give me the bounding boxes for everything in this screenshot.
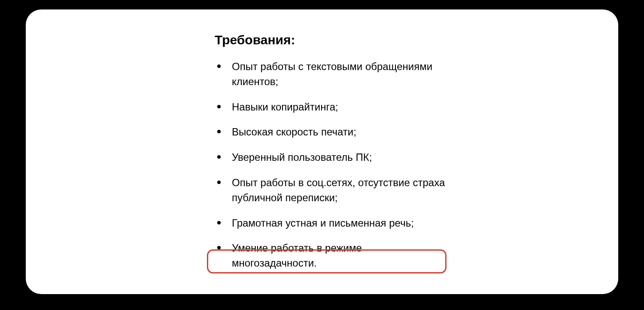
list-item-text: Опыт работы с текстовыми обращениями кли… [232, 61, 432, 87]
list-item-text: Навыки копирайтинга; [232, 101, 338, 113]
list-item-text: Высокая скорость печати; [232, 126, 356, 138]
list-item-text: Опыт работы в соц.сетях, отсутствие стра… [232, 177, 445, 203]
list-item-text: Грамотная устная и письменная речь; [232, 217, 414, 229]
list-item-text: Уверенный пользователь ПК; [232, 151, 372, 163]
list-item: Опыт работы с текстовыми обращениями кли… [215, 59, 447, 89]
list-item: Умение работать в режиме многозадачности… [215, 241, 447, 271]
list-item: Навыки копирайтинга; [215, 100, 447, 115]
list-item: Уверенный пользователь ПК; [215, 150, 447, 165]
requirements-card: Требования: Опыт работы с текстовыми обр… [26, 9, 618, 294]
list-item-text: Умение работать в режиме многозадачности… [232, 242, 362, 269]
list-item: Высокая скорость печати; [215, 125, 447, 140]
requirements-list: Опыт работы с текстовыми обращениями кли… [215, 59, 447, 271]
list-item: Опыт работы в соц.сетях, отсутствие стра… [215, 175, 447, 206]
requirements-heading: Требования: [215, 33, 447, 47]
list-item: Грамотная устная и письменная речь; [215, 216, 447, 231]
